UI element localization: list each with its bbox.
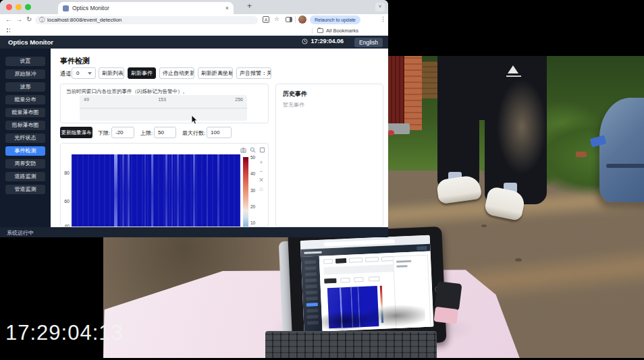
waterfall-chart-panel: + − ✕ ⌂ 80 60 40 50 40 30 20 10 [60,143,269,227]
refresh-events-button[interactable]: 刷新事件 [128,67,156,79]
slider-track [80,108,247,109]
language-toggle-button[interactable]: English [354,38,383,47]
mini-heatmap [327,286,379,328]
browser-tab[interactable]: Optics Monitor × [58,2,234,14]
toolbar-divider [295,16,296,23]
slider-tick-max: 256 [235,97,243,102]
heatmap-streak [207,154,208,227]
camera-icon[interactable] [240,147,246,153]
address-bar[interactable]: ⓘ localhost:8008/event_detection [35,16,258,24]
sidebar-item-event-detection[interactable]: 事件检测 [5,146,45,156]
sidebar-item-road-monitoring[interactable]: 道路监测 [5,172,45,181]
history-title: 历史事件 [283,90,307,98]
system-status-text: 系统运行中 [7,229,34,237]
colorbar-tick: 40 [250,171,255,176]
back-icon[interactable]: ← [5,16,12,23]
ground-debris [481,224,487,227]
sidebar-item-perimeter-security[interactable]: 周界安防 [5,159,45,169]
refresh-list-button[interactable]: 刷新列表 [99,67,124,79]
red-object [387,130,394,136]
system-clock: 17:29:04.06 [311,38,344,44]
history-empty-text: 暂无事件 [283,101,304,109]
app-navbar: Optics Monitor 17:29:04.06 English [0,36,388,49]
pan-icon[interactable] [259,147,265,153]
forward-icon[interactable]: → [16,16,22,23]
heatmap-streak [144,154,146,227]
profile-avatar[interactable] [298,16,306,24]
events-note: 当前时间窗口内各位置的事件（闪烁标记为告警中）。 [66,88,188,95]
heatmap-streak [122,154,124,227]
heatmap-streak [193,154,195,227]
pant-leg-left [437,56,479,189]
zoom-out-icon[interactable]: − [257,167,266,176]
red-gate [388,56,404,129]
heatmap[interactable] [72,154,240,227]
bookmarks-divider [312,28,313,34]
sound-alarm-off-button[interactable]: 声音报警：关 [236,67,271,79]
sidebar-item-energy-waterfall[interactable]: 能量瀑布图 [5,108,45,117]
sidebar-item-indicator-waterfall[interactable]: 指标瀑布图 [5,121,45,130]
reset-axes-home-icon[interactable]: ⌂ [257,185,266,193]
colorbar-tick: 10 [250,220,255,225]
browser-menu-icon[interactable]: ⋮ [380,16,386,22]
bookmark-star-icon[interactable]: ☆ [274,16,279,22]
autoscale-icon[interactable]: ✕ [257,176,266,185]
side-panel-icon[interactable] [286,17,292,22]
channel-select[interactable]: 0 [72,67,96,79]
sidebar-item-pipeline-monitoring[interactable]: 管道监测 [5,185,45,194]
zoom-icon[interactable] [250,147,256,153]
new-tab-button[interactable]: + [247,1,252,11]
tab-strip: Optics Monitor × + ˅ [0,0,388,14]
relaunch-to-update-button[interactable]: Relaunch to update [310,16,360,24]
heatmap-streak [128,154,130,227]
stop-auto-update-button[interactable]: 停止自动更新 [159,67,194,79]
mini-app-title [304,251,321,254]
heatmap-streak [151,154,154,227]
tab-close-icon[interactable]: × [225,5,229,11]
mouse-cursor [191,115,199,125]
ground-debris [515,258,522,262]
position-slider[interactable]: 49 153 256 [80,95,247,121]
minimize-window-button[interactable] [16,4,22,10]
heatmap-streak [184,154,185,227]
heatmap-streak [171,154,173,227]
lower-limit-label: 下限: [98,129,110,137]
tablet-screen-mini-ui [300,235,434,332]
app-status-bar: 系统运行中 [0,227,388,237]
max-rows-input[interactable]: 100 [207,127,232,138]
app-sidebar: 设置 原始脉冲 波形 能量分布 能量瀑布图 指标瀑布图 光纤状态 事件检测 周界… [0,49,51,227]
pants-logo-icon [508,65,518,73]
sidebar-item-waveform[interactable]: 波形 [5,82,45,92]
channel-value: 0 [76,70,79,76]
heatmap-streak [177,154,179,227]
maximize-window-button[interactable] [25,4,31,10]
lower-limit-input[interactable]: -20 [111,127,134,138]
brick-fragment [576,152,587,157]
browser-window: Optics Monitor × + ˅ ← → ↻ ⓘ localhost:8… [0,0,388,237]
mini-history-panel [393,255,431,332]
tab-search-chevron-icon[interactable]: ˅ [375,3,385,11]
sidebar-item-settings[interactable]: 设置 [5,57,45,66]
power-bank [433,281,462,324]
site-info-icon[interactable]: ⓘ [39,16,45,24]
all-bookmarks-button[interactable]: All Bookmarks [326,28,358,34]
sidebar-item-raw-pulse[interactable]: 原始脉冲 [5,69,45,79]
zoom-in-icon[interactable]: + [257,158,266,167]
timecode-overlay: 17:29:04:13 [5,321,124,345]
apps-grid-icon[interactable] [5,28,10,33]
sidebar-item-energy-distribution[interactable]: 能量分布 [5,95,45,104]
refresh-distance-coords-button[interactable]: 刷新距离坐标 [198,67,233,79]
mini-english-chip [417,246,427,251]
translate-icon[interactable]: A [263,16,269,23]
web-page: Optics Monitor 17:29:04.06 English 设置 原始… [0,36,388,237]
update-waterfall-button[interactable]: 更新能量瀑布 [60,127,92,138]
upper-limit-label: 上限: [140,129,153,137]
mini-colorbar [380,286,383,323]
reload-icon[interactable]: ↻ [26,16,32,23]
upper-limit-input[interactable]: 50 [154,127,176,138]
plotly-modebar [240,147,265,153]
chevron-down-icon [88,72,92,75]
sidebar-item-fiber-status[interactable]: 光纤状态 [5,133,45,143]
close-window-button[interactable] [6,4,12,10]
mini-content [319,251,434,332]
